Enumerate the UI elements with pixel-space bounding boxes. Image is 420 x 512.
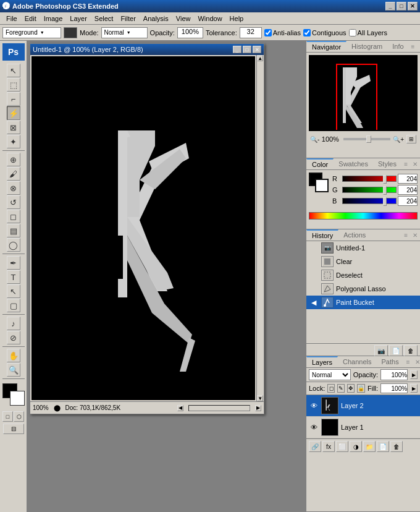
g-value[interactable] <box>398 185 418 195</box>
scroll-up-btn[interactable]: ▲ <box>257 55 263 61</box>
brush-tool[interactable]: 🖌 <box>7 167 20 181</box>
new-snapshot-btn[interactable]: 📷 <box>374 345 388 356</box>
color-selector[interactable] <box>2 383 25 406</box>
navigator-panel-close[interactable]: ✕ <box>417 43 420 50</box>
eyedropper2-tool[interactable]: ⊘ <box>7 331 20 344</box>
pen-tool[interactable]: ✒ <box>7 256 20 270</box>
close-button[interactable]: ✕ <box>408 2 418 11</box>
layers-blend-mode-select[interactable]: Normal <box>309 369 351 380</box>
bg-color-swatch[interactable] <box>315 179 329 192</box>
screen-mode-btn[interactable]: ⊟ <box>3 424 24 434</box>
new-document-btn[interactable]: 📄 <box>389 345 403 356</box>
quick-mask-btn[interactable]: ⬡ <box>14 411 24 422</box>
rectangle-select-tool[interactable]: ⬚ <box>7 78 20 92</box>
layer-1-eye[interactable]: 👁 <box>309 422 319 432</box>
layers-fill-input[interactable] <box>380 383 408 393</box>
menu-select[interactable]: Select <box>91 14 117 23</box>
history-tab[interactable]: History <box>306 229 338 241</box>
delete-layer-btn[interactable]: 🗑 <box>390 441 403 452</box>
crop-tool[interactable]: ⊠ <box>7 121 20 134</box>
clone-tool[interactable]: ⊗ <box>7 181 20 195</box>
layer-link-btn[interactable]: 🔗 <box>309 441 321 452</box>
menu-layer[interactable]: Layer <box>66 14 91 23</box>
anti-alias-checkbox[interactable] <box>264 29 272 36</box>
history-item-clear[interactable]: Clear <box>306 255 420 268</box>
gradient-tool[interactable]: ▤ <box>7 224 20 237</box>
delete-history-btn[interactable]: 🗑 <box>404 345 418 356</box>
b-value[interactable] <box>398 196 418 206</box>
color-panel-close[interactable]: ✕ <box>410 161 420 168</box>
layers-opacity-input[interactable] <box>380 369 408 380</box>
opacity-input[interactable]: 100% <box>177 27 203 38</box>
canvas-content[interactable] <box>32 56 255 400</box>
hand-tool[interactable]: ✋ <box>7 349 20 362</box>
nav-zoom-slider[interactable] <box>343 138 390 140</box>
r-value[interactable] <box>398 174 418 184</box>
eraser-tool[interactable]: ◻ <box>7 210 20 223</box>
contiguous-checkbox[interactable] <box>303 29 311 36</box>
lock-image-btn[interactable]: ✎ <box>337 384 345 393</box>
history-brush-tool[interactable]: ↺ <box>7 195 20 209</box>
menu-analysis[interactable]: Analysis <box>140 14 172 23</box>
type-tool[interactable]: T <box>7 270 20 284</box>
layers-opacity-arrow[interactable]: ▶ <box>410 370 418 379</box>
anti-alias-group[interactable]: Anti-alias <box>264 29 301 36</box>
background-color[interactable] <box>10 391 25 406</box>
zoom-tool[interactable]: 🔍 <box>7 363 20 377</box>
canvas-scroll-right[interactable]: ▶ <box>255 405 261 411</box>
all-layers-group[interactable]: All Layers <box>349 29 387 36</box>
history-item-polygonal[interactable]: Polygonal Lasso <box>306 282 420 296</box>
channels-tab[interactable]: Channels <box>338 357 376 367</box>
color-preview[interactable] <box>309 173 329 192</box>
nav-zoom-btn[interactable]: ⊞ <box>406 135 416 143</box>
rainbow-bar[interactable] <box>309 212 418 220</box>
contiguous-group[interactable]: Contiguous <box>303 29 346 36</box>
layer-adjustment-btn[interactable]: ◑ <box>350 441 362 452</box>
canvas-scroll-left[interactable]: ◀ <box>177 405 183 411</box>
history-item-paint[interactable]: ◀ Paint Bucket <box>306 296 420 309</box>
menu-window[interactable]: Window <box>194 14 225 23</box>
canvas-maximize-btn[interactable]: □ <box>243 46 251 53</box>
navigator-tab[interactable]: Navigator <box>306 41 346 52</box>
canvas-close-btn[interactable]: ✕ <box>253 46 261 53</box>
tool-color-swatch[interactable] <box>64 27 77 38</box>
menu-help[interactable]: Help <box>226 14 248 23</box>
menu-filter[interactable]: Filter <box>117 14 139 23</box>
layers-tab[interactable]: Layers <box>306 356 338 367</box>
layer-item-2[interactable]: 👁 Layer 2 <box>306 395 420 417</box>
swatches-tab[interactable]: Swatches <box>334 159 373 169</box>
path-select-tool[interactable]: ↖ <box>7 284 20 298</box>
paths-tab[interactable]: Paths <box>377 357 404 367</box>
layer-fx-btn[interactable]: fx <box>322 441 335 452</box>
canvas-vertical-scrollbar[interactable]: ▲ ▼ <box>256 55 264 401</box>
minimize-button[interactable]: _ <box>385 2 395 11</box>
actions-tab[interactable]: Actions <box>338 230 371 240</box>
menu-edit[interactable]: Edit <box>21 14 40 23</box>
maximize-button[interactable]: □ <box>397 2 406 11</box>
dodge-tool[interactable]: ◯ <box>7 238 20 252</box>
layer-2-eye[interactable]: 👁 <box>309 401 319 411</box>
g-slider[interactable] <box>342 187 397 193</box>
lock-transparent-btn[interactable]: ◻ <box>327 384 335 393</box>
canvas-minimize-btn[interactable]: _ <box>233 46 242 53</box>
g-slider-thumb[interactable] <box>383 186 387 195</box>
standard-mode-btn[interactable]: □ <box>2 411 13 422</box>
healing-tool[interactable]: ⊕ <box>7 153 20 166</box>
move-tool[interactable]: ↖ <box>7 64 20 77</box>
layers-fill-arrow[interactable]: ▶ <box>410 384 418 393</box>
lock-position-btn[interactable]: ✥ <box>347 384 355 393</box>
history-item-snapshot[interactable]: 📷 Untitled-1 <box>306 241 420 255</box>
lock-all-btn[interactable]: 🔒 <box>357 384 365 393</box>
r-slider-thumb[interactable] <box>383 175 387 184</box>
shape-tool[interactable]: ▢ <box>7 299 20 312</box>
history-item-deselect[interactable]: Deselect <box>306 268 420 282</box>
title-bar-controls[interactable]: _ □ ✕ <box>385 2 418 11</box>
notes-tool[interactable]: ♪ <box>7 317 20 330</box>
eyedropper-tool[interactable]: ✦ <box>7 135 20 148</box>
menu-file[interactable]: File <box>2 14 21 23</box>
layers-panel-close[interactable]: ✕ <box>413 359 421 365</box>
histogram-tab[interactable]: Histogram <box>346 41 387 51</box>
all-layers-checkbox[interactable] <box>349 29 356 36</box>
r-slider[interactable] <box>342 176 397 182</box>
history-panel-close[interactable]: ✕ <box>410 232 420 239</box>
